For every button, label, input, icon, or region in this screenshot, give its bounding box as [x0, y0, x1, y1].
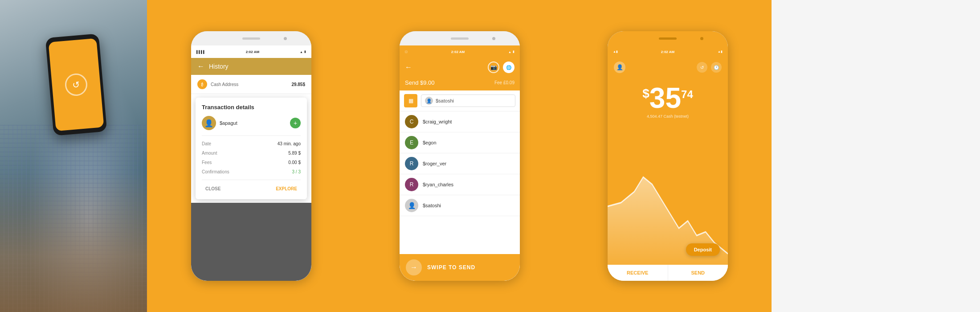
speaker-2 — [242, 37, 260, 40]
clock-icon[interactable]: 🕐 — [711, 62, 722, 73]
status-time-3: 2:02 AM — [451, 50, 465, 54]
swipe-label: SWIPE TO SEND — [427, 264, 475, 271]
signal-icon: ▌▌▌▌ — [196, 50, 205, 53]
contact-avatar-0: C — [405, 115, 418, 128]
send-amount-bar: Send $9.00 Fee £0.09 — [400, 77, 520, 90]
status-icons-3: ▲ ▮ — [508, 50, 514, 53]
balance-screen: 👤 ↺ 🕐 $ 35 74 4,504.47 Cash (testnet) — [608, 58, 728, 281]
avatar-initial-2: R — [410, 160, 414, 167]
balance-panel: ▲▮ 2:02 AM ▲▮ 👤 ↺ 🕐 $ 35 74 4,504.47 Ca — [564, 0, 772, 312]
contact-item-2[interactable]: R $roger_ver — [400, 153, 520, 174]
camera-icon[interactable]: 📷 — [488, 62, 499, 73]
contact-avatar-3: R — [405, 178, 418, 191]
tx-actions: CLOSE EXPLORE — [202, 180, 301, 193]
date-value: 43 min. ago — [278, 141, 301, 146]
add-contact-icon[interactable]: + — [290, 118, 301, 128]
date-label: Date — [202, 141, 211, 146]
confirmations-value: 3 / 3 — [292, 169, 301, 174]
contact-avatar-4: 👤 — [405, 199, 418, 212]
tx-date-row: Date 43 min. ago — [202, 141, 301, 146]
tx-username: $apagut — [220, 120, 237, 126]
contact-item-3[interactable]: R $ryan_charles — [400, 174, 520, 195]
send-header: ← 📷 🌐 — [400, 58, 520, 77]
receive-button[interactable]: RECEIVE — [608, 265, 668, 281]
cents-amount: 74 — [681, 88, 693, 101]
avatar-initial-3: R — [410, 181, 414, 188]
chart-area: Deposit — [608, 119, 728, 265]
contact-name-1: $egon — [423, 140, 437, 145]
back-arrow-2[interactable]: ← — [197, 62, 204, 70]
refresh-icon[interactable]: ↺ — [697, 62, 707, 73]
background-photo: ↺ — [0, 0, 147, 312]
contact-avatar-1: E — [405, 136, 418, 149]
contact-name-3: $ryan_charles — [423, 182, 453, 187]
deposit-button[interactable]: Deposit — [686, 243, 720, 256]
swipe-bar[interactable]: → SWIPE TO SEND — [400, 254, 520, 281]
history-panel: ▌▌▌▌ 2:02 AM ▲ ▮ ← History ₿ Cash Addres… — [147, 0, 355, 312]
wifi-icon-2: ▲ — [300, 50, 303, 53]
status-bar-3: ◻ 2:02 AM ▲ ▮ — [400, 45, 520, 58]
contact-name-0: $craig_wright — [423, 119, 452, 124]
contact-avatar-2: R — [405, 157, 418, 170]
photo-panel: ↺ — [0, 0, 147, 312]
list-item-avatar: ₿ — [197, 79, 207, 89]
battery-icon-2: ▮ — [304, 50, 306, 53]
history-header: ← History — [191, 58, 311, 75]
tx-confirmations-row: Confirmations 3 / 3 — [202, 169, 301, 174]
balance-amount: $ 35 74 — [642, 84, 693, 112]
avatar-initial-1: E — [410, 140, 413, 146]
send-panel: ◻ 2:02 AM ▲ ▮ ← 📷 🌐 Send $9.00 Fee £0.09 — [355, 0, 564, 312]
send-screen: ← 📷 🌐 Send $9.00 Fee £0.09 ▦ 👤 $satoshi — [400, 58, 520, 281]
battery-icon-3: ▮ — [513, 50, 514, 53]
status-time-2: 2:02 AM — [246, 50, 259, 54]
close-button[interactable]: CLOSE — [202, 185, 224, 193]
phone-frame-2: ▌▌▌▌ 2:02 AM ▲ ▮ ← History ₿ Cash Addres… — [191, 31, 311, 281]
swipe-arrow-button[interactable]: → — [406, 259, 422, 275]
status-icons-right-4: ▲▮ — [718, 50, 723, 53]
fees-value: 0.00 $ — [288, 160, 301, 165]
history-list-item[interactable]: ₿ Cash Address 29.85$ — [191, 75, 311, 94]
camera-3 — [492, 37, 495, 40]
contact-list: C $craig_wright E $egon R $roger_ver — [400, 111, 520, 254]
tx-avatar: 👤 — [202, 116, 216, 130]
status-time-4: 2:02 AM — [661, 50, 674, 54]
phone-frame-3: ◻ 2:02 AM ▲ ▮ ← 📷 🌐 Send $9.00 Fee £0.09 — [400, 31, 520, 281]
explore-button[interactable]: EXPLORE — [272, 185, 301, 193]
amount-value: 5.89 $ — [288, 151, 301, 156]
phone-frame-4: ▲▮ 2:02 AM ▲▮ 👤 ↺ 🕐 $ 35 74 4,504.47 Ca — [608, 31, 728, 281]
contact-item-1[interactable]: E $egon — [400, 132, 520, 153]
send-button[interactable]: SEND — [668, 265, 728, 281]
app-logo: ↺ — [64, 73, 88, 97]
fee-text: Fee £0.09 — [494, 80, 514, 85]
speaker-3 — [451, 37, 469, 40]
amount-label: Amount — [202, 151, 217, 156]
recipient-input[interactable]: 👤 $satoshi — [421, 94, 515, 107]
wifi-icon-3: ▲ — [508, 50, 511, 53]
transaction-modal: Transaction details 👤 $apagut + Date 43 … — [196, 98, 307, 199]
globe-icon[interactable]: 🌐 — [503, 62, 514, 73]
avatar-initial-0: C — [410, 119, 414, 125]
contact-item-4[interactable]: 👤 $satoshi — [400, 195, 520, 216]
status-bar-4: ▲▮ 2:02 AM ▲▮ — [608, 45, 728, 58]
back-arrow-3[interactable]: ← — [405, 63, 412, 71]
speaker-4 — [659, 37, 677, 40]
send-amount-text: Send $9.00 — [405, 79, 435, 86]
user-profile-button[interactable]: 👤 — [614, 62, 625, 73]
tx-fees-row: Fees 0.00 $ — [202, 160, 301, 165]
list-item-label: Cash Address — [211, 82, 238, 87]
contact-name-4: $satoshi — [423, 203, 441, 208]
history-screen: ← History ₿ Cash Address 29.85$ Transact… — [191, 58, 311, 281]
phone-in-hand: ↺ — [45, 33, 107, 136]
balance-header: 👤 ↺ 🕐 — [608, 58, 728, 77]
phone-top-2 — [191, 31, 311, 45]
balance-chart — [608, 119, 728, 265]
contact-item-0[interactable]: C $craig_wright — [400, 111, 520, 132]
tx-amount-row: Amount 5.89 $ — [202, 151, 301, 156]
send-header-icons: 📷 🌐 — [488, 62, 514, 73]
balance-subtitle: 4,504.47 Cash (testnet) — [647, 114, 689, 119]
hand-overlay — [0, 172, 147, 312]
screen-background-gray — [191, 203, 311, 281]
avatar-initial-4: 👤 — [408, 202, 416, 209]
phone-top-4 — [608, 31, 728, 45]
qr-icon[interactable]: ▦ — [404, 94, 417, 107]
